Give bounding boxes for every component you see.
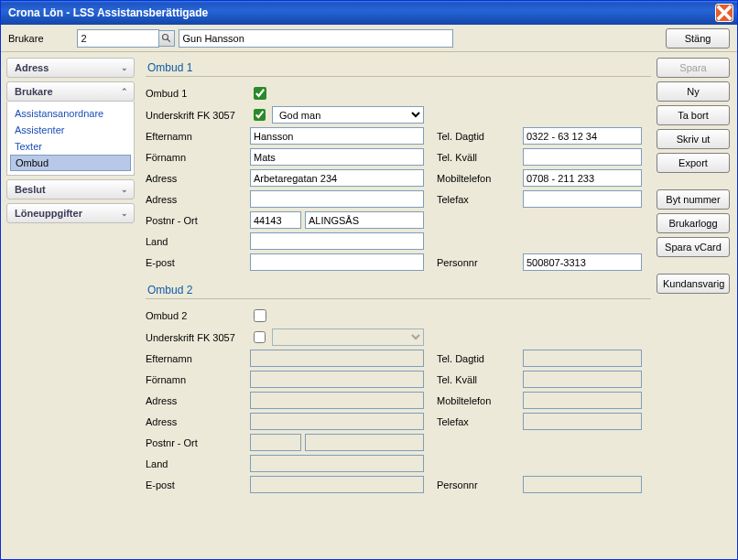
svg-line-1 xyxy=(167,38,169,41)
ombud1-mobil-input[interactable] xyxy=(523,169,642,187)
label-adress2a: Adress xyxy=(146,395,237,406)
ombud2-adress1-input xyxy=(250,392,424,409)
sidebar-group-brukare[interactable]: Brukare ⌃ xyxy=(6,81,135,102)
ombud2-tel-dagtid-input xyxy=(523,350,642,367)
window-title: Crona Lön - LSS Assistansberättigade xyxy=(8,6,715,19)
brukare-lookup-button[interactable] xyxy=(158,30,175,47)
label-tel-dagtid2: Tel. Dagtid xyxy=(437,353,510,364)
svg-point-0 xyxy=(162,34,168,39)
label-tel-kvall1: Tel. Kväll xyxy=(437,152,510,163)
ombud1-underskrift-select[interactable]: God man xyxy=(272,106,424,124)
right-button-bar: Spara Ny Ta bort Skriv ut Export Byt num… xyxy=(655,52,737,559)
section-title-ombud1: Ombud 1 xyxy=(146,58,651,77)
label-underskrift1: Underskrift FK 3057 xyxy=(146,110,237,121)
label-efternamn1: Efternamn xyxy=(146,131,237,142)
ombud1-ort-input[interactable] xyxy=(305,211,424,229)
sidebar-group-adress[interactable]: Adress ⌄ xyxy=(6,58,135,78)
ombud1-fornamn-input[interactable] xyxy=(250,148,424,166)
ombud2-underskrift-select xyxy=(272,328,424,346)
label-efternamn2: Efternamn xyxy=(146,353,237,364)
ombud1-underskrift-checkbox[interactable] xyxy=(254,109,266,121)
ombud2-underskrift-checkbox[interactable] xyxy=(254,331,266,343)
chevron-up-icon: ⌃ xyxy=(121,87,128,96)
export-button[interactable]: Export xyxy=(657,153,730,173)
kundansvarig-button[interactable]: Kundansvarig xyxy=(657,274,730,294)
label-telefax1: Telefax xyxy=(437,194,510,205)
chevron-down-icon: ⌄ xyxy=(121,209,128,218)
label-land1: Land xyxy=(146,236,237,247)
label-adress2b: Adress xyxy=(146,416,237,427)
label-underskrift2: Underskrift FK 3057 xyxy=(146,332,237,343)
sidebar-group-loneuppgifter[interactable]: Löneuppgifter ⌄ xyxy=(6,203,135,223)
byt-nummer-button[interactable]: Byt nummer xyxy=(657,189,730,210)
sidebar-item-assistansanordnare[interactable]: Assistansanordnare xyxy=(7,105,134,122)
ombud2-personnr-input xyxy=(523,476,642,493)
ombud2-efternamn-input xyxy=(250,350,424,367)
ombud1-telefax-input[interactable] xyxy=(523,190,642,208)
label-personnr2: Personnr xyxy=(437,479,510,490)
ombud1-adress2-input[interactable] xyxy=(250,190,424,208)
main-content: Ombud 1 Ombud 1 Underskrift FK 3057 God … xyxy=(140,52,655,559)
label-telefax2: Telefax xyxy=(437,416,510,427)
label-postnr1: Postnr - Ort xyxy=(146,215,237,226)
label-mobil1: Mobiltelefon xyxy=(437,173,510,184)
ombud1-personnr-input[interactable] xyxy=(523,253,642,271)
label-postnr2: Postnr - Ort xyxy=(146,437,237,448)
ombud2-land-input xyxy=(250,455,424,472)
label-mobil2: Mobiltelefon xyxy=(437,395,510,406)
ombud2-adress2-input xyxy=(250,413,424,430)
ombud2-ort-input xyxy=(305,434,424,451)
label-epost1: E-post xyxy=(146,257,237,268)
label-adress1b: Adress xyxy=(146,194,237,205)
titlebar: Crona Lön - LSS Assistansberättigade xyxy=(1,1,737,25)
section-title-ombud2: Ombud 2 xyxy=(146,280,651,299)
brukarlogg-button[interactable]: Brukarlogg xyxy=(657,213,730,233)
sidebar-group-beslut[interactable]: Beslut ⌄ xyxy=(6,179,135,199)
label-ombud1: Ombud 1 xyxy=(146,88,237,99)
label-ombud2: Ombud 2 xyxy=(146,310,237,321)
ombud2-postnr-input xyxy=(250,434,301,451)
ombud2-telefax-input xyxy=(523,413,642,430)
window-close-button[interactable] xyxy=(715,4,733,22)
sidebar-item-assistenter[interactable]: Assistenter xyxy=(7,122,134,138)
spara-vcard-button[interactable]: Spara vCard xyxy=(657,237,730,257)
ombud1-epost-input[interactable] xyxy=(250,253,424,271)
brukare-label: Brukare xyxy=(8,33,44,44)
label-personnr1: Personnr xyxy=(437,257,510,268)
label-adress1a: Adress xyxy=(146,173,237,184)
sidebar: Adress ⌄ Brukare ⌃ Assistansanordnare As… xyxy=(1,52,140,559)
ny-button[interactable]: Ny xyxy=(657,81,730,102)
ombud1-adress1-input[interactable] xyxy=(250,169,424,187)
ombud2-tel-kvall-input xyxy=(523,371,642,388)
label-fornamn1: Förnamn xyxy=(146,152,237,163)
brukare-id-input[interactable] xyxy=(77,29,159,48)
ombud2-fornamn-input xyxy=(250,371,424,388)
ombud1-efternamn-input[interactable] xyxy=(250,127,424,145)
spara-button: Spara xyxy=(657,58,730,78)
ombud2-epost-input xyxy=(250,476,424,493)
ombud1-land-input[interactable] xyxy=(250,232,424,250)
label-tel-dagtid1: Tel. Dagtid xyxy=(437,131,510,142)
ombud1-tel-dagtid-input[interactable] xyxy=(523,127,642,145)
label-fornamn2: Förnamn xyxy=(146,374,237,385)
chevron-down-icon: ⌄ xyxy=(121,185,128,194)
ta-bort-button[interactable]: Ta bort xyxy=(657,105,730,125)
ombud1-tel-kvall-input[interactable] xyxy=(523,148,642,166)
close-button[interactable]: Stäng xyxy=(666,28,730,48)
label-tel-kvall2: Tel. Kväll xyxy=(437,374,510,385)
ombud1-postnr-input[interactable] xyxy=(250,211,301,229)
ombud1-checkbox[interactable] xyxy=(254,87,266,100)
label-land2: Land xyxy=(146,458,237,469)
skriv-ut-button[interactable]: Skriv ut xyxy=(657,129,730,149)
sidebar-item-texter[interactable]: Texter xyxy=(7,138,134,155)
chevron-down-icon: ⌄ xyxy=(121,63,128,72)
brukare-name-input[interactable] xyxy=(179,29,453,48)
toolbar: Brukare Stäng xyxy=(1,25,737,52)
ombud2-mobil-input xyxy=(523,392,642,409)
label-epost2: E-post xyxy=(146,479,237,490)
sidebar-item-ombud[interactable]: Ombud xyxy=(10,155,131,171)
ombud2-checkbox[interactable] xyxy=(254,309,266,322)
